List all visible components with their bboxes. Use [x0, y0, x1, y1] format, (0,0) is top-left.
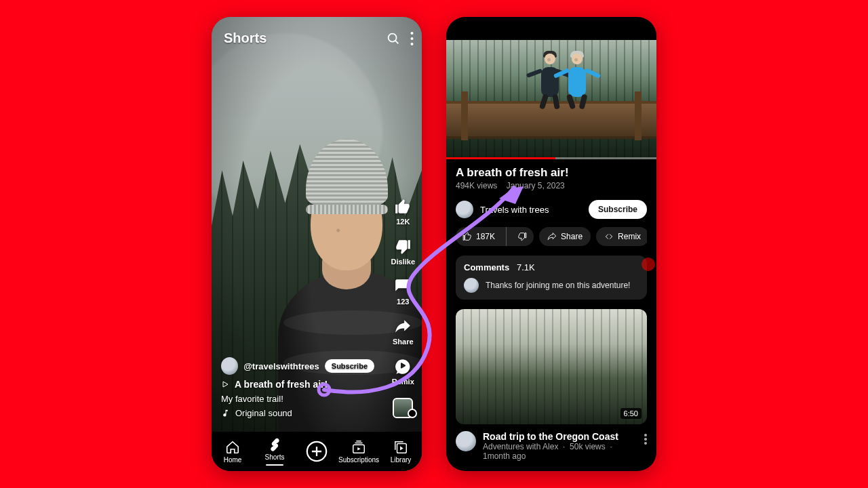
sound-name: Original sound — [235, 408, 292, 418]
remix-icon — [394, 358, 412, 375]
thumb-up-icon — [394, 198, 412, 216]
plus-circle-icon — [305, 440, 328, 463]
svg-marker-14 — [400, 446, 403, 450]
sound-row[interactable]: Original sound — [221, 408, 374, 418]
svg-marker-5 — [223, 382, 228, 387]
channel-handle[interactable]: @travelswithtrees — [243, 361, 319, 371]
progress-bar[interactable] — [446, 157, 555, 159]
remix-icon — [604, 232, 614, 241]
next-channel-avatar — [456, 431, 476, 451]
top-comment-text: Thanks for joining me on this adventure! — [486, 281, 630, 290]
action-rail: 12K Dislike 123 Share Remix — [391, 198, 415, 418]
home-icon — [225, 440, 240, 455]
thumb-up-icon — [462, 232, 472, 241]
short-caption: My favorite trail! — [221, 394, 374, 404]
remix-chip[interactable]: Remix — [596, 227, 647, 246]
bottom-nav: Home Shorts Subscriptions Library — [212, 432, 422, 471]
next-video-meta[interactable]: Road trip to the Oregon Coast Adventures… — [446, 424, 656, 470]
touch-indicator — [642, 258, 655, 271]
duration-badge: 6:50 — [620, 408, 642, 419]
nav-library[interactable]: Library — [380, 440, 422, 464]
svg-point-15 — [644, 434, 647, 436]
nav-shorts[interactable]: Shorts — [254, 437, 296, 466]
sound-thumbnail[interactable] — [393, 398, 413, 418]
video-player[interactable] — [446, 40, 656, 159]
library-icon — [393, 440, 408, 455]
share-label: Share — [393, 338, 414, 346]
share-icon — [394, 318, 412, 336]
dislike-button[interactable] — [511, 227, 534, 246]
subscriptions-icon — [351, 440, 366, 455]
remix-button[interactable]: Remix — [392, 358, 414, 386]
svg-point-4 — [411, 43, 414, 45]
next-video-title: Road trip to the Oregon Coast — [483, 431, 637, 442]
video-title[interactable]: A breath of fresh air! — [456, 166, 647, 180]
thumb-down-icon — [394, 238, 412, 256]
music-note-icon — [221, 409, 230, 418]
more-vert-icon[interactable] — [644, 434, 647, 445]
like-dislike-chip: 187K — [456, 227, 534, 246]
svg-point-2 — [411, 32, 414, 35]
svg-point-16 — [644, 438, 647, 441]
comments-teaser[interactable]: Comments 7.1K Thanks for joining me on t… — [456, 256, 647, 300]
svg-point-0 — [389, 33, 397, 41]
like-count: 12K — [396, 218, 410, 226]
comment-count: 123 — [397, 298, 409, 306]
short-metadata: @travelswithtrees Subscribe A breath of … — [221, 353, 374, 418]
channel-avatar[interactable] — [221, 357, 238, 375]
action-chip-row: 187K Share Remix Down — [456, 227, 647, 246]
comments-button[interactable]: 123 — [394, 278, 412, 306]
share-button[interactable]: Share — [393, 318, 414, 346]
search-icon[interactable] — [386, 31, 401, 46]
shorts-header: Shorts — [224, 30, 267, 46]
channel-name: Travels with trees — [480, 205, 549, 215]
subscribe-button[interactable]: Subscribe — [589, 200, 647, 219]
comment-icon — [394, 278, 412, 296]
nav-subscriptions[interactable]: Subscriptions — [338, 440, 380, 464]
dislike-label: Dislike — [391, 258, 415, 266]
share-chip[interactable]: Share — [539, 227, 591, 246]
channel-avatar — [456, 201, 473, 218]
short-title-row[interactable]: A breath of fresh air! — [221, 379, 374, 390]
shorts-icon — [267, 437, 282, 452]
thumb-down-icon — [517, 232, 527, 241]
channel-row[interactable]: Travels with trees — [456, 201, 549, 218]
next-video-thumbnail[interactable]: 6:50 — [456, 309, 647, 424]
like-button[interactable]: 187K — [456, 227, 502, 246]
more-vert-icon[interactable] — [410, 32, 414, 45]
svg-line-1 — [395, 41, 398, 43]
like-button[interactable]: 12K — [394, 198, 412, 226]
svg-point-17 — [644, 442, 647, 445]
nav-create[interactable] — [296, 440, 338, 463]
video-subtitle: 494K views January 5, 2023 — [456, 181, 647, 190]
commenter-avatar — [464, 278, 479, 293]
remix-label: Remix — [392, 378, 414, 386]
watch-page-screen: A breath of fresh air! 494K views Januar… — [446, 17, 656, 471]
svg-marker-12 — [357, 447, 361, 451]
svg-point-3 — [411, 37, 414, 40]
subscribe-button[interactable]: Subscribe — [325, 359, 374, 373]
play-outline-icon — [221, 380, 229, 388]
shorts-player-screen: Shorts 12K Dislike 123 Share — [212, 17, 422, 471]
short-title: A breath of fresh air! — [235, 379, 328, 390]
nav-home[interactable]: Home — [212, 440, 254, 464]
dislike-button[interactable]: Dislike — [391, 238, 415, 266]
share-icon — [547, 232, 557, 241]
